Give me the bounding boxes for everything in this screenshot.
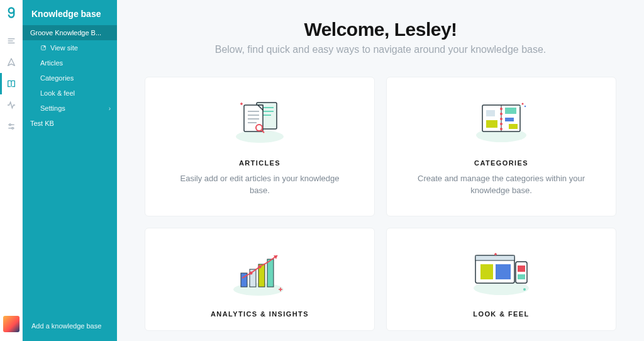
chevron-right-icon: › <box>109 105 111 112</box>
svg-rect-32 <box>486 110 495 116</box>
categories-illustration-icon <box>402 94 601 150</box>
card-desc: Easily add or edit articles in your know… <box>172 173 348 197</box>
sidebar-add-kb[interactable]: Add a knowledge base <box>23 313 117 341</box>
card-title: LOOK & FEEL <box>402 310 601 318</box>
card-title: ANALYTICS & INSIGHTS <box>160 310 359 318</box>
card-title: CATEGORIES <box>402 159 601 167</box>
svg-rect-55 <box>516 262 527 283</box>
card-desc: Create and manage the categories within … <box>413 173 589 197</box>
sidebar-item-settings[interactable]: Settings › <box>23 101 117 116</box>
svg-point-29 <box>500 118 502 120</box>
sidebar-item-label: Settings <box>40 104 65 112</box>
welcome-header: Welcome, Lesley! Below, find quick and e… <box>145 19 616 55</box>
svg-point-31 <box>500 128 502 130</box>
sidebar-title: Knowledge base <box>23 0 117 25</box>
svg-rect-36 <box>509 124 518 129</box>
card-look-feel[interactable]: LOOK & FEEL <box>386 228 616 331</box>
look-feel-illustration-icon <box>402 245 601 301</box>
sidebar-item-articles[interactable]: Articles <box>23 55 117 70</box>
welcome-heading: Welcome, Lesley! <box>145 19 616 40</box>
nav-activity-icon[interactable] <box>0 94 23 116</box>
app-logo-icon <box>5 6 18 19</box>
svg-point-28 <box>500 113 502 115</box>
svg-rect-33 <box>486 120 497 128</box>
svg-rect-57 <box>518 274 525 279</box>
svg-rect-54 <box>496 264 511 279</box>
sidebar-active-kb[interactable]: Groove Knowledge B... <box>23 25 117 40</box>
sidebar-item-label: View site <box>50 44 78 52</box>
welcome-sub: Below, find quick and easy ways to navig… <box>145 44 616 55</box>
svg-point-27 <box>500 108 502 110</box>
nav-settings-icon[interactable] <box>0 116 23 137</box>
svg-point-39 <box>519 106 521 107</box>
card-articles[interactable]: ARTICLES Easily add or edit articles in … <box>145 77 375 216</box>
icon-rail <box>0 0 23 341</box>
sidebar-kb-test[interactable]: Test KB <box>23 116 117 131</box>
user-avatar[interactable] <box>3 316 19 332</box>
svg-point-30 <box>500 123 502 125</box>
analytics-illustration-icon <box>160 245 359 301</box>
card-title: ARTICLES <box>160 159 359 167</box>
svg-point-37 <box>522 103 524 105</box>
svg-rect-56 <box>518 266 525 272</box>
svg-rect-52 <box>475 255 514 260</box>
sidebar-item-categories[interactable]: Categories <box>23 70 117 86</box>
nav-kb-icon[interactable] <box>0 73 23 94</box>
svg-rect-14 <box>244 105 263 131</box>
svg-point-5 <box>9 124 11 126</box>
svg-rect-44 <box>267 259 274 287</box>
card-analytics[interactable]: ANALYTICS & INSIGHTS <box>145 228 375 331</box>
svg-rect-34 <box>505 108 516 114</box>
svg-point-58 <box>523 288 526 291</box>
main-content: Welcome, Lesley! Below, find quick and e… <box>117 0 644 341</box>
kb-sidebar: Knowledge base Groove Knowledge B... Vie… <box>23 0 117 341</box>
nav-compose-icon[interactable] <box>0 52 23 73</box>
nav-menu-icon[interactable] <box>0 30 23 52</box>
sidebar-item-label: Articles <box>40 59 63 67</box>
svg-rect-53 <box>480 264 493 279</box>
sidebar-item-look-feel[interactable]: Look & feel <box>23 86 117 101</box>
sidebar-item-view-site[interactable]: View site <box>23 40 117 55</box>
svg-point-7 <box>11 127 13 129</box>
cards-grid: ARTICLES Easily add or edit articles in … <box>145 77 616 331</box>
svg-point-9 <box>236 130 284 143</box>
svg-rect-35 <box>505 118 514 121</box>
external-link-icon <box>40 45 47 51</box>
articles-illustration-icon <box>160 94 359 150</box>
card-categories[interactable]: CATEGORIES Create and manage the categor… <box>386 77 616 216</box>
sidebar-item-label: Look & feel <box>40 89 75 97</box>
svg-point-38 <box>525 106 526 107</box>
svg-point-47 <box>258 265 262 268</box>
svg-point-46 <box>250 271 253 274</box>
sidebar-item-label: Categories <box>40 74 74 82</box>
